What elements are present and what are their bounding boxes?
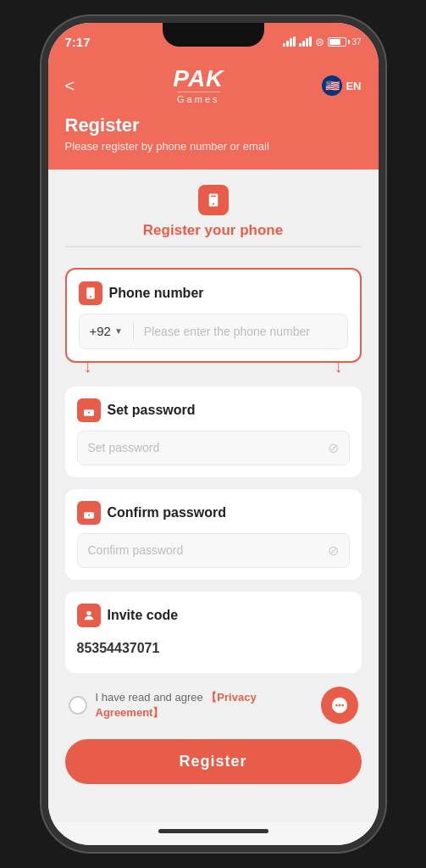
language-button[interactable]: 🇺🇸 EN (322, 75, 361, 96)
page-title: Register (65, 114, 362, 136)
chevron-down-icon: ▼ (114, 326, 123, 336)
register-button[interactable]: Register (65, 739, 362, 784)
header: < PAK Games 🇺🇸 EN Register Please regist… (48, 60, 379, 170)
confirm-label-row: Confirm password (77, 501, 350, 525)
battery-indicator: 37 (328, 37, 361, 47)
eye-icon-confirm[interactable]: ⊘ (328, 542, 339, 559)
lang-label: EN (346, 80, 361, 92)
agreement-row: I have read and agree 【Privacy Agreement… (65, 687, 362, 724)
flag-icon: 🇺🇸 (322, 75, 342, 96)
back-button[interactable]: < (65, 76, 75, 96)
svg-point-12 (338, 704, 340, 706)
svg-point-4 (90, 296, 91, 298)
header-nav: < PAK Games 🇺🇸 EN (65, 67, 362, 104)
phone-label-row: Phone number (79, 281, 348, 305)
agreement-text: I have read and agree 【Privacy Agreement… (96, 690, 313, 721)
status-bar: 7:17 ⊜ 37 (48, 23, 379, 60)
phone-input-row[interactable]: +92 ▼ Please enter the phone number (79, 314, 348, 349)
home-bar (158, 829, 268, 833)
country-code-value: +92 (90, 324, 111, 338)
agreement-checkbox[interactable] (69, 696, 87, 715)
notch (163, 23, 264, 47)
logo-pak: PAK (173, 65, 224, 92)
confirm-input-row[interactable]: Confirm password ⊘ (77, 533, 350, 568)
tab-divider (65, 246, 362, 248)
tab-icon (198, 185, 229, 215)
arrow-left-icon: ↓ (84, 357, 92, 376)
svg-point-2 (212, 203, 213, 204)
invite-code-value[interactable]: 85354437071 (77, 636, 350, 661)
wifi-icon: ⊜ (315, 36, 324, 48)
tab-title: Register your phone (143, 222, 283, 239)
svg-point-9 (86, 610, 91, 615)
phone-section: Phone number +92 ▼ Please enter the phon… (65, 268, 362, 363)
invite-section-title: Invite code (108, 608, 179, 623)
svg-point-8 (88, 514, 90, 515)
svg-point-11 (335, 704, 337, 706)
main-content: Register your phone Phone number (48, 170, 379, 822)
svg-point-6 (88, 411, 90, 413)
invite-code-section: Invite code 85354437071 (65, 592, 362, 673)
country-code-selector[interactable]: +92 ▼ (90, 324, 123, 338)
home-indicator (48, 822, 379, 845)
chat-button[interactable] (321, 687, 358, 724)
password-input[interactable]: Set password (88, 441, 328, 454)
password-input-row[interactable]: Set password ⊘ (77, 431, 350, 465)
page-subtitle: Please register by phone number or email (65, 140, 362, 153)
signal-icon (283, 36, 296, 47)
status-time: 7:17 (65, 35, 91, 49)
confirm-section-title: Confirm password (108, 505, 226, 520)
svg-rect-1 (211, 196, 216, 198)
lock-confirm-icon (77, 501, 101, 525)
logo-games: Games (177, 92, 219, 104)
password-label-row: Set password (77, 398, 350, 422)
app-logo: PAK Games (173, 67, 224, 104)
confirm-password-section: Confirm password Confirm password ⊘ (65, 489, 362, 580)
password-section-title: Set password (108, 403, 196, 418)
tab-section: Register your phone (65, 170, 362, 256)
status-icons: ⊜ 37 (283, 36, 361, 48)
lock-icon (77, 398, 101, 422)
phone-section-title: Phone number (109, 286, 204, 301)
eye-icon[interactable]: ⊘ (328, 440, 339, 456)
input-divider (133, 323, 134, 340)
signal-icon-2 (299, 36, 312, 47)
invite-label-row: Invite code (77, 604, 350, 627)
password-section: Set password Set password ⊘ (65, 387, 362, 477)
confirm-input[interactable]: Confirm password (88, 543, 328, 557)
invite-icon (77, 604, 101, 627)
phone-input[interactable]: Please enter the phone number (144, 325, 337, 338)
phone-icon (79, 281, 102, 305)
svg-point-13 (341, 704, 344, 706)
arrow-right-icon: ↓ (335, 357, 343, 376)
